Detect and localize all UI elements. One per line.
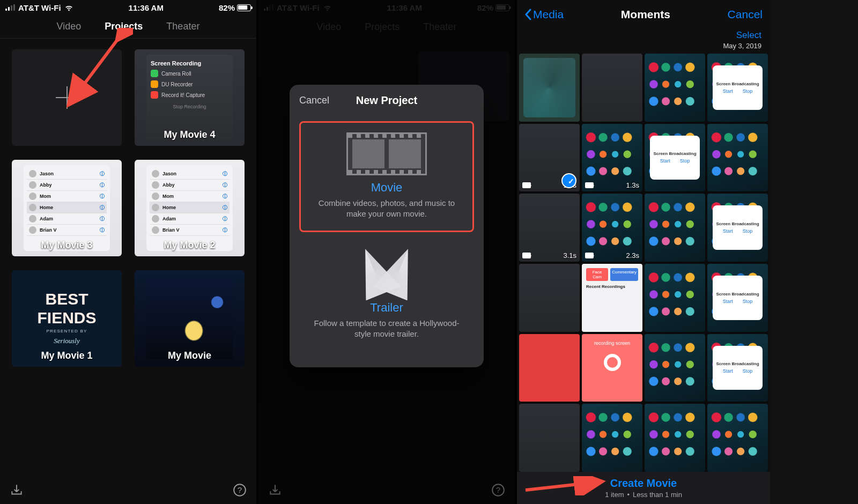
media-thumb[interactable]: Face CamCommentary Recent Recordings [582, 264, 642, 332]
help-icon[interactable]: ? [233, 483, 247, 497]
project-title: My Movie [135, 350, 245, 361]
option-trailer[interactable]: Trailer Follow a template to create a Ho… [299, 238, 474, 351]
screen-moments-picker: Media Moments Cancel Select May 3, 2019 … [517, 0, 770, 504]
media-thumb[interactable]: Screen BroadcastingStartStop [707, 194, 768, 262]
media-thumb-selected[interactable]: ✓ 1.3s [519, 124, 580, 192]
back-label: Media [533, 8, 564, 21]
screen-projects: AT&T Wi-Fi 11:36 AM 82% Video Projects T… [0, 0, 256, 504]
media-thumb[interactable] [519, 334, 580, 402]
bottom-action-bar: Create Movie 1 item•Less than 1 min [517, 472, 770, 504]
section-header: Select May 3, 2019 [517, 29, 770, 50]
svg-text:?: ? [238, 485, 242, 494]
screen-new-project: AT&T Wi-Fi 11:36 AM 82% Video Projects T… [258, 0, 515, 504]
media-grid: Screen BroadcastingStartStop ✓ 1.3s 1.3s… [519, 54, 768, 472]
create-movie-button[interactable]: Create Movie [610, 477, 677, 490]
battery-icon [237, 4, 251, 11]
tab-theater[interactable]: Theater [166, 21, 199, 32]
project-title: My Movie 2 [135, 240, 245, 251]
cancel-button[interactable]: Cancel [728, 8, 763, 21]
media-thumb[interactable] [645, 264, 705, 332]
media-thumb[interactable]: 3.1s [519, 194, 580, 262]
media-thumb[interactable] [582, 404, 642, 472]
clip-duration: 2.3s [626, 251, 639, 260]
cancel-button[interactable]: Cancel [299, 95, 329, 106]
thumbnail-screen-recording: Screen Recording Camera Roll DU Recorder… [146, 55, 233, 140]
new-project-sheet: Cancel New Project Movie Combine videos,… [290, 85, 484, 367]
record-ring-icon [604, 354, 621, 371]
back-button[interactable]: Media [524, 8, 564, 21]
project-tile[interactable]: Jasonⓘ Abbyⓘ Momⓘ Homeⓘ Adamⓘ Brian Vⓘ M… [135, 160, 245, 256]
thumbnail-concert [146, 278, 233, 359]
media-thumb[interactable] [645, 194, 705, 262]
media-thumb[interactable]: Screen BroadcastingStartStop [707, 264, 768, 332]
project-tile[interactable]: Screen Recording Camera Roll DU Recorder… [135, 49, 245, 146]
thumbnail-contacts: Jasonⓘ Abbyⓘ Momⓘ Homeⓘ Adamⓘ Brian Vⓘ [24, 165, 110, 251]
video-icon [522, 253, 531, 258]
project-tile[interactable]: Jasonⓘ Abbyⓘ Momⓘ Homeⓘ Adamⓘ Brian Vⓘ M… [12, 160, 122, 256]
option-trailer-subtitle: Follow a template to create a Hollywood-… [307, 318, 467, 340]
media-thumb[interactable] [645, 54, 705, 122]
video-icon [585, 253, 594, 258]
video-icon [522, 182, 531, 188]
media-thumb[interactable] [519, 54, 580, 122]
media-thumb[interactable]: Screen BroadcastingStartStop [707, 334, 768, 402]
battery-pct-label: 82% [219, 3, 235, 12]
status-bar: AT&T Wi-Fi 11:36 AM 82% [0, 0, 256, 15]
import-icon[interactable] [268, 483, 282, 497]
tab-video[interactable]: Video [57, 21, 82, 32]
thumbnail-contacts: Jasonⓘ Abbyⓘ Momⓘ Homeⓘ Adamⓘ Brian Vⓘ [146, 165, 233, 251]
media-thumb[interactable] [519, 264, 580, 332]
sheet-title: New Project [356, 94, 417, 107]
select-button[interactable]: Select [736, 30, 761, 41]
project-title: My Movie 1 [12, 350, 122, 361]
option-movie-title: Movie [308, 181, 465, 195]
clock-label: 11:36 AM [129, 3, 164, 12]
filmstrip-icon [346, 132, 427, 175]
option-trailer-title: Trailer [307, 301, 467, 315]
carrier-label: AT&T Wi-Fi [18, 3, 61, 12]
tab-projects[interactable]: Projects [105, 21, 143, 32]
media-thumb[interactable] [645, 404, 705, 472]
media-thumb[interactable] [707, 404, 768, 472]
chevron-left-icon [524, 9, 532, 20]
media-thumb[interactable] [645, 334, 705, 402]
svg-text:?: ? [496, 485, 500, 494]
project-tile[interactable]: BEST FIENDS PRESENTED BY Seriously My Mo… [12, 270, 122, 367]
nav-title: Moments [621, 8, 670, 21]
clip-duration: 3.1s [563, 251, 576, 260]
checkmark-icon: ✓ [568, 177, 574, 186]
media-thumb[interactable]: Screen BroadcastingStartStop [707, 54, 768, 122]
plus-icon [55, 85, 79, 110]
selection-summary: 1 item•Less than 1 min [605, 491, 682, 499]
media-thumb[interactable]: 1.3s [582, 124, 642, 192]
thumb-label: Screen Recording [151, 60, 228, 66]
import-icon[interactable] [10, 483, 24, 497]
video-icon [585, 182, 594, 188]
media-thumb[interactable]: recording screen [582, 334, 642, 402]
media-thumb[interactable] [707, 124, 768, 192]
media-thumb[interactable] [519, 404, 580, 472]
project-title: My Movie 3 [12, 240, 122, 251]
help-icon[interactable]: ? [491, 483, 505, 497]
wifi-icon [64, 3, 73, 12]
segmented-tabs: Video Projects Theater [0, 15, 256, 39]
media-thumb[interactable] [582, 54, 642, 122]
clip-duration: 1.3s [626, 181, 639, 189]
project-tile[interactable]: My Movie [135, 270, 245, 367]
cell-signal-icon [5, 4, 15, 11]
project-title: My Movie 4 [135, 129, 245, 140]
section-date: May 3, 2019 [723, 42, 761, 50]
media-thumb[interactable]: Screen BroadcastingStartStop [645, 124, 705, 192]
spotlights-icon [354, 247, 419, 295]
option-movie[interactable]: Movie Combine videos, photos, and music … [299, 121, 474, 232]
option-movie-subtitle: Combine videos, photos, and music to mak… [308, 198, 465, 220]
nav-bar: Media Moments Cancel [517, 0, 770, 29]
media-thumb[interactable]: 2.3s [582, 194, 642, 262]
new-project-tile[interactable] [12, 49, 122, 146]
